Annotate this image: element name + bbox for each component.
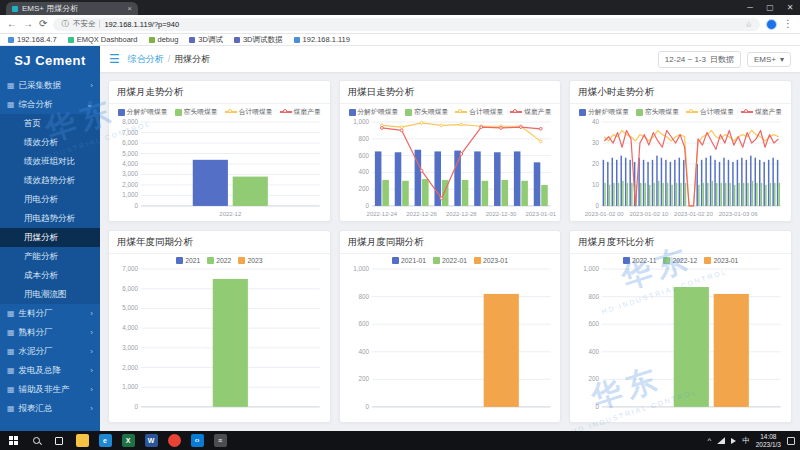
- sidebar-item[interactable]: 绩效班组对比: [0, 152, 100, 171]
- bookmark-favicon: [294, 37, 300, 43]
- notepad-taskbar-button[interactable]: ≡: [209, 431, 231, 450]
- sidebar-item[interactable]: 用电潮流图: [0, 285, 100, 304]
- edge-taskbar-button[interactable]: e: [94, 431, 116, 450]
- sidebar-item[interactable]: ▦生料分厂›: [0, 304, 100, 323]
- legend-item[interactable]: 合计喂煤量: [455, 107, 503, 117]
- window-minimize-icon[interactable]: ─: [740, 0, 760, 15]
- bookmark-item[interactable]: EMQX Dashboard: [68, 35, 138, 44]
- sidebar-item[interactable]: 成本分析: [0, 266, 100, 285]
- legend-item[interactable]: 煤磨产量: [280, 107, 321, 117]
- vscode-taskbar-button[interactable]: ‹›: [186, 431, 208, 450]
- legend-item[interactable]: 2022-01: [433, 257, 467, 264]
- legend-item[interactable]: 分解炉喂煤量: [579, 107, 629, 117]
- legend-item[interactable]: 2021: [176, 257, 200, 264]
- tray-expand-icon[interactable]: ^: [707, 437, 711, 445]
- sidebar-item[interactable]: ▦发电及总降›: [0, 361, 100, 380]
- bookmark-label: EMQX Dashboard: [77, 35, 138, 44]
- chart-canvas[interactable]: 0102030402023-01-02 002023-01-02 102023-…: [572, 117, 789, 219]
- window-maximize-icon[interactable]: ▢: [760, 0, 780, 15]
- chart-canvas[interactable]: 01,0002,0003,0004,0005,0006,0007,0008,00…: [111, 117, 328, 219]
- tab-close-icon[interactable]: ×: [127, 4, 132, 13]
- legend-item[interactable]: 煤磨产量: [741, 107, 782, 117]
- network-icon[interactable]: [717, 437, 725, 444]
- legend-item[interactable]: 2022: [207, 257, 231, 264]
- start-button[interactable]: [2, 431, 24, 450]
- action-center-icon[interactable]: [787, 437, 795, 445]
- app-select[interactable]: EMS+ ▾: [747, 52, 791, 67]
- sidebar-item[interactable]: 产能分析: [0, 247, 100, 266]
- sidebar-item[interactable]: ▦综合分析⌄: [0, 95, 100, 114]
- bookmark-star-icon[interactable]: ☆: [745, 20, 752, 29]
- bar-series-marker: [405, 109, 412, 116]
- sidebar-item[interactable]: 绩效趋势分析: [0, 171, 100, 190]
- chart-canvas[interactable]: 01,0002,0003,0004,0005,0006,0007,000: [111, 264, 328, 420]
- bookmark-item[interactable]: debug: [149, 35, 179, 44]
- date-range-picker[interactable]: 12-24 ~ 1-3 日数据: [658, 51, 741, 68]
- legend-item[interactable]: 2022-11: [623, 257, 656, 264]
- breadcrumb-parent[interactable]: 综合分析: [128, 53, 164, 66]
- reload-icon[interactable]: ⟳: [39, 19, 47, 29]
- legend-item[interactable]: 分解炉喂煤量: [349, 107, 399, 117]
- sidebar-item[interactable]: 首页: [0, 114, 100, 133]
- tray-date: 2023/1/3: [756, 441, 781, 448]
- chrome-taskbar-button[interactable]: [163, 431, 185, 450]
- legend-item[interactable]: 窑头喂煤量: [405, 107, 448, 117]
- browser-menu-icon[interactable]: ⋮: [783, 19, 793, 29]
- menu-collapse-icon[interactable]: ☰: [109, 53, 120, 65]
- sidebar-item[interactable]: 用电分析: [0, 190, 100, 209]
- legend-item[interactable]: 窑头喂煤量: [636, 107, 679, 117]
- forward-icon[interactable]: →: [23, 19, 33, 29]
- legend-item[interactable]: 煤磨产量: [510, 107, 551, 117]
- sidebar-item[interactable]: ▦报表汇总›: [0, 399, 100, 418]
- sidebar-item[interactable]: 用煤分析: [0, 228, 100, 247]
- word-taskbar-button[interactable]: W: [140, 431, 162, 450]
- svg-text:2022-12: 2022-12: [219, 211, 242, 217]
- file-explorer-taskbar-button[interactable]: [71, 431, 93, 450]
- sidebar-item[interactable]: ▦水泥分厂›: [0, 342, 100, 361]
- bookmark-item[interactable]: 192.168.1.119: [294, 35, 350, 44]
- legend-item[interactable]: 2021-01: [392, 257, 426, 264]
- profile-avatar[interactable]: [766, 19, 777, 30]
- address-bar[interactable]: ⓘ 不安全 192.168.1.119/?p=940 ☆: [53, 18, 760, 31]
- chevron-right-icon: ›: [90, 348, 93, 356]
- sidebar-item[interactable]: 用电趋势分析: [0, 209, 100, 228]
- clock[interactable]: 14:08 2023/1/3: [756, 433, 781, 449]
- search-button[interactable]: [25, 431, 47, 450]
- legend-item[interactable]: 2023-01: [474, 257, 508, 264]
- legend-label: 合计喂煤量: [700, 107, 734, 117]
- legend-item[interactable]: 窑头喂煤量: [175, 107, 218, 117]
- info-icon[interactable]: ⓘ: [61, 19, 69, 29]
- address-divider: [99, 20, 100, 28]
- file-explorer-icon: [76, 434, 89, 447]
- window-close-icon[interactable]: ✕: [780, 0, 800, 15]
- legend-item[interactable]: 2023-01: [704, 257, 738, 264]
- sidebar-item[interactable]: ▦已采集数据›: [0, 76, 100, 95]
- chart-legend: 202120222023: [109, 254, 330, 264]
- browser-tab[interactable]: EMS+ 用煤分析 ×: [6, 2, 138, 15]
- task-view-button[interactable]: [48, 431, 70, 450]
- legend-item[interactable]: 合计喂煤量: [225, 107, 273, 117]
- legend-item[interactable]: 2023: [238, 257, 262, 264]
- bookmark-item[interactable]: 3D调试数据: [234, 35, 283, 45]
- chart-card-yearly-compare: 用煤年度同期分析 202120222023 01,0002,0003,0004,…: [108, 230, 331, 423]
- chart-canvas[interactable]: 02004006008001,000: [342, 264, 559, 420]
- excel-taskbar-button[interactable]: X: [117, 431, 139, 450]
- legend-item[interactable]: 分解炉喂煤量: [118, 107, 168, 117]
- legend-item[interactable]: 合计喂煤量: [686, 107, 734, 117]
- bookmark-label: 192.168.4.7: [17, 35, 57, 44]
- chart-title: 用煤日走势分析: [340, 81, 561, 104]
- sidebar-item[interactable]: 绩效分析: [0, 133, 100, 152]
- chart-canvas[interactable]: 02004006008001,0002022-12-242022-12-2620…: [342, 117, 559, 219]
- sidebar-item[interactable]: ▦熟料分厂›: [0, 323, 100, 342]
- bookmark-item[interactable]: 3D调试: [189, 35, 223, 45]
- bookmark-item[interactable]: 192.168.4.7: [8, 35, 57, 44]
- chart-title: 用煤月度同期分析: [340, 231, 561, 254]
- legend-item[interactable]: 2022-12: [663, 257, 697, 264]
- sidebar-item[interactable]: ▦辅助及非生产›: [0, 380, 100, 399]
- volume-icon[interactable]: [731, 438, 736, 444]
- chart-legend: 分解炉喂煤量窑头喂煤量合计喂煤量煤磨产量: [340, 104, 561, 117]
- back-icon[interactable]: ←: [7, 19, 17, 29]
- ime-indicator[interactable]: 中: [742, 437, 750, 445]
- svg-text:2,000: 2,000: [122, 181, 138, 188]
- chart-canvas[interactable]: 02004006008001,000: [572, 264, 789, 420]
